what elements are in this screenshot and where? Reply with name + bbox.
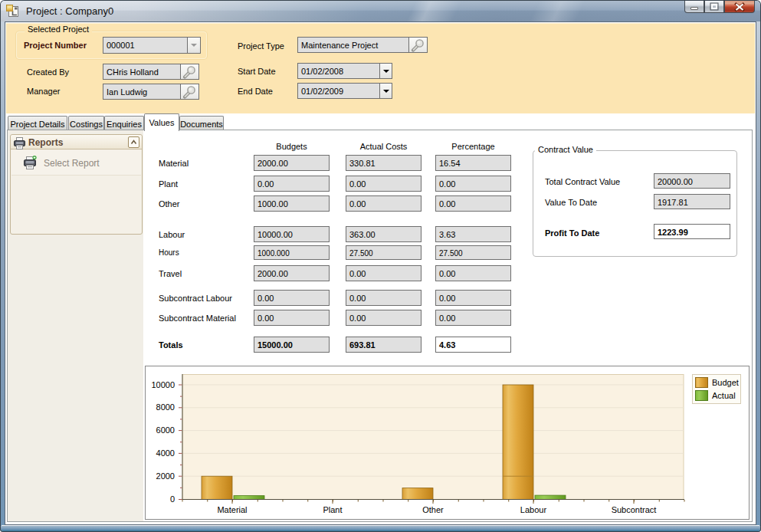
svg-text:Plant: Plant — [323, 505, 342, 514]
svg-text:Other: Other — [422, 505, 444, 514]
svg-text:2000: 2000 — [156, 471, 175, 481]
svg-text:Subcontract: Subcontract — [612, 505, 657, 514]
svg-text:10000: 10000 — [151, 380, 175, 389]
svg-text:Actual: Actual — [712, 391, 736, 400]
svg-text:Budget: Budget — [712, 378, 739, 387]
svg-text:4000: 4000 — [156, 448, 175, 458]
svg-text:Labour: Labour — [520, 505, 547, 514]
svg-text:8000: 8000 — [156, 402, 175, 412]
svg-text:6000: 6000 — [156, 425, 175, 435]
svg-text:0: 0 — [170, 494, 175, 504]
svg-text:Material: Material — [217, 505, 247, 514]
